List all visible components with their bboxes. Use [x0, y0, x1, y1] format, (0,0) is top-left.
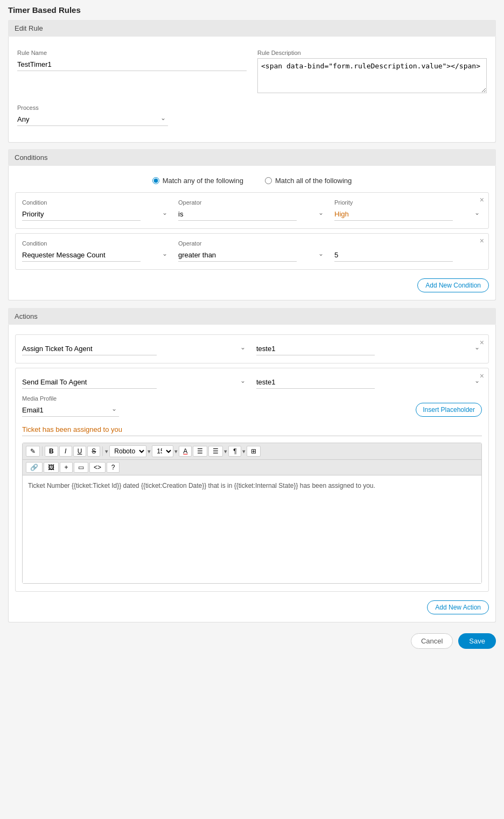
add-action-btn[interactable]: Add New Action — [427, 600, 489, 614]
media-profile-select[interactable]: Email1 — [22, 404, 119, 417]
link-btn[interactable]: 🔗 — [26, 462, 43, 473]
list-unordered-btn[interactable]: ☰ — [193, 446, 207, 457]
condition-1-select[interactable]: Priority — [22, 208, 141, 221]
add-condition-btn[interactable]: Add New Condition — [417, 278, 489, 292]
underline-btn[interactable]: U — [73, 446, 87, 457]
insert-placeholder-btn[interactable]: Insert Placeholder — [416, 403, 482, 417]
footer-buttons: Cancel Save — [8, 633, 496, 654]
rich-text-editor: ✎ B I U S ▾ Roboto ▾ — [22, 443, 482, 584]
match-any-label[interactable]: Match any of the following — [152, 177, 243, 185]
bold-btn[interactable]: B — [45, 446, 58, 457]
process-select[interactable]: Any Process1 Process2 — [17, 113, 168, 126]
italic-btn[interactable]: I — [59, 446, 72, 457]
actions-header: Actions — [8, 308, 496, 325]
font-size-select[interactable]: 15 — [152, 445, 173, 457]
paragraph-btn[interactable]: ¶ — [228, 446, 241, 457]
cancel-button[interactable]: Cancel — [411, 633, 453, 649]
editor-content-area[interactable]: Ticket Number {{ticket:Ticket Id}} dated… — [23, 475, 481, 583]
media-profile-label: Media Profile — [22, 395, 119, 402]
process-label: Process — [17, 104, 168, 111]
font-family-select[interactable]: Roboto — [109, 445, 146, 457]
value-1-select[interactable]: High — [334, 208, 453, 221]
value-2-input[interactable] — [334, 249, 453, 262]
condition-row-2: × Condition Requester Message Count Oper… — [15, 233, 489, 270]
page-title: Timer Based Rules — [8, 5, 496, 15]
action-1-value-select[interactable]: teste1 — [256, 342, 375, 355]
strikethrough-btn[interactable]: S — [87, 446, 100, 457]
match-any-radio[interactable] — [152, 177, 159, 184]
list-ordered-btn[interactable]: ☰ — [208, 446, 223, 457]
operator-2-select[interactable]: greater than — [178, 249, 297, 262]
condition-2-close-btn[interactable]: × — [480, 237, 484, 244]
image-btn[interactable]: 🖼 — [44, 462, 59, 473]
code-btn[interactable]: <> — [89, 462, 106, 473]
editor-toolbar-2: 🔗 🖼 + ▭ <> ? — [23, 460, 481, 475]
conditions-block: Match any of the following Match all of … — [8, 166, 496, 300]
conditions-header: Conditions — [8, 149, 496, 166]
form-card: Rule Name Rule Description <span data-bi… — [8, 37, 496, 143]
video-btn[interactable]: ▭ — [74, 462, 88, 473]
pen-btn[interactable]: ✎ — [26, 446, 40, 457]
condition-2-select[interactable]: Requester Message Count — [22, 249, 141, 262]
operator-1-label: Operator — [178, 199, 326, 206]
rule-description-input[interactable]: <span data-bind="form.ruleDescription.va… — [257, 58, 487, 93]
match-all-radio[interactable] — [265, 177, 272, 184]
condition-row-1: × Condition Priority Operator is — [15, 192, 489, 229]
font-color-btn[interactable]: A — [179, 446, 192, 457]
add-action-wrapper: Add New Action — [15, 596, 489, 614]
table-btn[interactable]: ⊞ — [247, 446, 261, 457]
action-row-1: × Assign Ticket To Agent teste1 — [15, 334, 489, 363]
rule-name-label: Rule Name — [17, 50, 247, 56]
email-subject-input[interactable] — [22, 423, 482, 436]
condition-1-close-btn[interactable]: × — [480, 196, 484, 204]
help-btn[interactable]: ? — [107, 462, 120, 473]
condition-1-label: Condition — [22, 199, 170, 206]
operator-1-select[interactable]: is — [178, 208, 297, 221]
rule-name-input[interactable] — [17, 58, 247, 71]
rule-description-label: Rule Description — [257, 50, 487, 56]
match-all-label[interactable]: Match all of the following — [265, 177, 352, 185]
actions-block: × Assign Ticket To Agent teste1 — [8, 325, 496, 622]
match-row: Match any of the following Match all of … — [15, 171, 489, 188]
add-btn[interactable]: + — [60, 462, 73, 473]
edit-rule-header: Edit Rule — [8, 20, 496, 37]
add-condition-wrapper: Add New Condition — [15, 274, 489, 292]
operator-2-label: Operator — [178, 240, 326, 247]
action-row-2: × Send Email To Agent teste1 — [15, 368, 489, 592]
action-2-type-select[interactable]: Send Email To Agent — [22, 376, 157, 389]
value-1-label: Priority — [334, 199, 482, 206]
action-2-value-select[interactable]: teste1 — [256, 376, 375, 389]
value-2-label — [334, 240, 482, 247]
action-1-type-select[interactable]: Assign Ticket To Agent — [22, 342, 157, 355]
editor-toolbar-1: ✎ B I U S ▾ Roboto ▾ — [23, 443, 481, 460]
condition-2-label: Condition — [22, 240, 170, 247]
save-button[interactable]: Save — [458, 633, 496, 649]
